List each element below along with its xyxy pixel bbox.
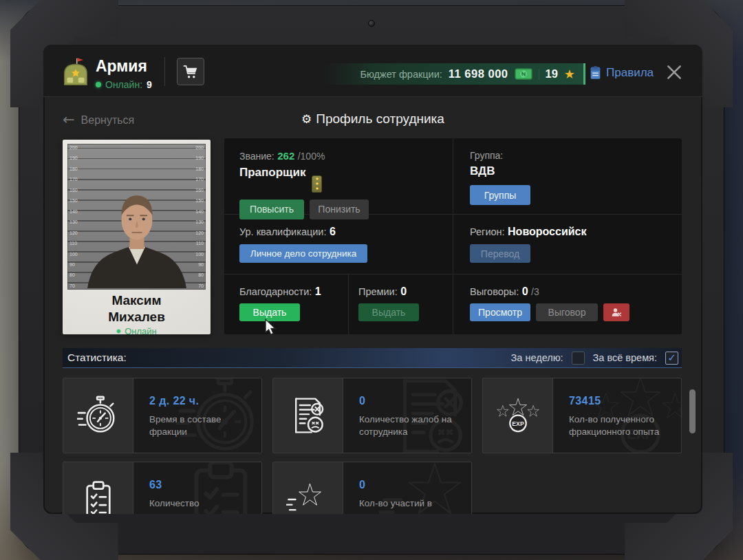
employee-status: Онлайн	[63, 326, 211, 336]
employee-mugshot: 200190180170160150140130120110100908070 …	[67, 144, 206, 290]
camera-dot	[368, 20, 375, 27]
rules-label: Правила	[606, 66, 654, 80]
person-x-icon	[610, 306, 623, 319]
faction-logo-icon	[58, 56, 93, 87]
online-label: Онлайн:	[105, 79, 142, 90]
alltime-filter-label: За всё время:	[593, 352, 657, 363]
statistics-title: Статистика:	[67, 352, 127, 364]
budget-value: 11 698 000	[449, 67, 508, 80]
stat-card-exp: 73415 Кол-во полученного фракционного оп…	[482, 378, 682, 453]
divider	[539, 69, 539, 80]
clipboard-icon	[63, 462, 133, 514]
personal-file-button[interactable]: Личное дело сотрудника	[239, 244, 367, 263]
tablet-frame: Армия Онлайн: 9 Бюджет фракции: 11 698 0…	[19, 6, 724, 554]
rules-clipboard-icon	[590, 65, 601, 80]
online-count: 9	[147, 79, 152, 90]
group-section: Группа: ВДВ Группы	[470, 150, 530, 205]
money-bill-icon	[515, 68, 532, 80]
rank-name: Прапорщик	[239, 166, 305, 179]
group-value: ВДВ	[470, 164, 530, 178]
region-value: Новороссийск	[508, 226, 586, 237]
week-filter-checkbox[interactable]	[572, 352, 585, 365]
employee-name: Максим Михалев	[63, 292, 211, 325]
tablet-screen: Армия Онлайн: 9 Бюджет фракции: 11 698 0…	[43, 45, 702, 514]
online-status: Онлайн: 9	[96, 79, 152, 90]
rank-label: Звание:	[239, 151, 274, 162]
height-scale-left: 200190180170160150140130120110100908070	[69, 145, 79, 288]
divider	[348, 274, 349, 334]
alltime-filter-checkbox[interactable]	[665, 352, 678, 365]
thanks-value: 1	[315, 286, 321, 297]
rank-epaulette-icon: ★★★	[312, 175, 322, 193]
stat-card-complaints: 0 Количество жалоб на сотрудника	[272, 378, 472, 453]
budget-accent-bar	[583, 63, 585, 85]
complaint-document-icon	[273, 378, 343, 453]
stopwatch-icon	[63, 378, 133, 453]
reprimand-section: Выговоры: 0 /3 Просмотр Выговор	[470, 286, 629, 321]
header-bar: Армия Онлайн: 9 Бюджет фракции: 11 698 0…	[43, 45, 702, 97]
bonus-label: Премии:	[358, 286, 398, 297]
reprimand-view-button[interactable]: Просмотр	[470, 303, 530, 321]
gear-icon: ⚙	[301, 112, 312, 126]
statistics-filters: За неделю: За всё время:	[511, 352, 678, 365]
demote-button[interactable]: Понизить	[310, 200, 369, 219]
faction-name: Армия	[96, 57, 147, 76]
rank-progress: 262	[277, 150, 294, 162]
thanks-section: Благодарности: 1 Выдать	[239, 286, 321, 321]
budget-label: Бюджет фракции:	[360, 69, 442, 80]
page-title: ⚙Профиль сотрудника	[43, 111, 702, 127]
thanks-label: Благодарности:	[239, 286, 312, 297]
transfer-button[interactable]: Перевод	[470, 244, 530, 263]
week-filter-label: За неделю:	[511, 352, 563, 363]
promote-button[interactable]: Повысить	[239, 200, 304, 219]
faction-budget-bar: Бюджет фракции: 11 698 000 19 ★	[324, 63, 583, 85]
qualification-section: Ур. квалификации: 6 Личное дело сотрудни…	[239, 226, 367, 263]
reprimand-value: 0	[522, 286, 528, 297]
region-section: Регион: Новороссийск Перевод	[470, 226, 586, 263]
stopwatch-watermark-icon	[169, 378, 261, 453]
employee-photo-card: 200190180170160150140130120110100908070 …	[63, 140, 211, 334]
star-icon: ★	[564, 68, 575, 80]
bonus-section: Премии: 0 Выдать	[358, 286, 419, 321]
employee-info-panel: Звание: 262 /100% Прапорщик★★★ Повысить …	[224, 138, 682, 334]
height-scale-right: 200190180170160150140130120110100908070	[194, 145, 204, 288]
bonus-issue-button[interactable]: Выдать	[358, 303, 419, 321]
online-dot-icon	[116, 329, 121, 334]
star-watermark-icon	[379, 462, 471, 514]
exp-stars-icon	[483, 378, 553, 453]
rules-button[interactable]: Правила	[590, 65, 654, 80]
clipboard-watermark-icon	[169, 462, 261, 514]
stat-card-time: 2 д. 22 ч. Время в составе фракции	[63, 378, 262, 453]
shop-button[interactable]	[177, 58, 204, 85]
exp-watermark-icon	[589, 378, 681, 453]
rank-progress-suffix: /100%	[298, 151, 325, 162]
dismiss-button[interactable]	[603, 303, 629, 321]
mouse-cursor	[265, 319, 277, 336]
divider	[453, 138, 453, 334]
close-icon	[665, 63, 683, 81]
qualification-value: 6	[330, 226, 336, 237]
rank-section: Звание: 262 /100% Прапорщик★★★ Повысить …	[239, 150, 369, 219]
region-label: Регион:	[470, 226, 505, 237]
qualification-label: Ур. квалификации:	[239, 226, 326, 237]
bonus-value: 0	[400, 286, 407, 297]
reprimand-limit: /3	[531, 286, 539, 297]
divider	[164, 57, 165, 86]
stat-card-events: 0 Кол-во участий в	[272, 462, 472, 514]
scrollbar-thumb[interactable]	[689, 389, 696, 433]
close-button[interactable]	[663, 61, 685, 83]
statistics-bar: Статистика: За неделю: За всё время:	[63, 348, 682, 368]
group-label: Группа:	[470, 150, 530, 161]
employee-portrait	[85, 182, 189, 290]
online-dot-icon	[96, 82, 101, 87]
complaint-watermark-icon	[379, 378, 471, 453]
star-icon	[273, 462, 343, 514]
award-count: 19	[546, 67, 558, 80]
reprimand-issue-button[interactable]: Выговор	[536, 303, 598, 321]
groups-button[interactable]: Группы	[470, 185, 530, 205]
cart-icon	[183, 64, 199, 80]
reprimand-label: Выговоры:	[470, 286, 519, 297]
stat-card-tasks: 63 Количество	[63, 462, 262, 514]
